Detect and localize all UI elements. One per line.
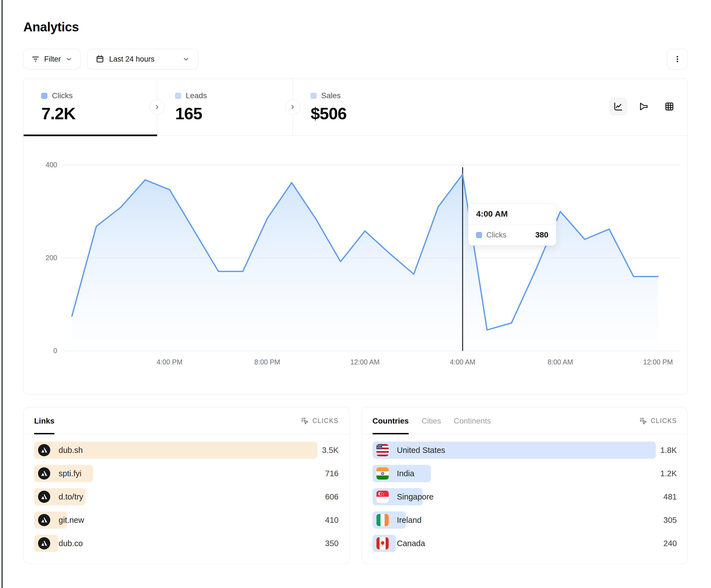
dub-logo-icon — [38, 444, 50, 456]
row-value: 3.5K — [322, 446, 339, 455]
analytics-chart-card: Clicks 7.2K Leads 165 Sales $506 — [23, 78, 688, 395]
stat-label: Leads — [186, 91, 207, 100]
links-panel: Links CLICKS dub.sh3.5Kspti.fyi716d.to/t… — [23, 407, 349, 564]
geo-row[interactable]: India1.2K — [372, 465, 677, 482]
expand-sales-button[interactable] — [285, 99, 300, 115]
sg-flag-icon — [376, 491, 389, 503]
y-axis-tick-label: 200 — [29, 254, 57, 262]
row-value: 240 — [664, 539, 677, 548]
filter-button[interactable]: Filter — [23, 49, 81, 69]
stat-tab-leads[interactable]: Leads 165 — [157, 78, 293, 135]
links-row[interactable]: git.new410 — [34, 512, 339, 529]
filter-button-label: Filter — [44, 55, 61, 64]
row-label: git.new — [59, 516, 84, 525]
geo-rows: United States1.8KIndia1.2KSingapore481Ir… — [362, 434, 688, 552]
links-row[interactable]: spti.fyi716 — [34, 465, 339, 482]
line-chart-view-button[interactable] — [610, 98, 627, 115]
geo-row[interactable]: United States1.8K — [372, 442, 677, 459]
date-range-button[interactable]: Last 24 hours — [87, 49, 198, 69]
clicks-legend-icon — [41, 93, 47, 99]
links-row[interactable]: dub.sh3.5K — [34, 442, 339, 459]
geo-row[interactable]: Canada240 — [372, 535, 677, 552]
chevron-right-icon — [154, 104, 160, 110]
stats-row: Clicks 7.2K Leads 165 Sales $506 — [24, 78, 687, 136]
analytics-page: Analytics Filter Last 24 hours Clicks 7.… — [0, 0, 711, 588]
us-flag-icon — [376, 444, 389, 456]
clicks-legend-icon — [476, 232, 482, 238]
row-label: India — [397, 469, 414, 478]
row-label: dub.sh — [59, 446, 83, 455]
funnel-icon — [639, 101, 649, 112]
toolbar: Filter Last 24 hours — [23, 49, 688, 69]
y-axis-tick-label: 0 — [29, 347, 57, 355]
x-axis-tick-label: 4:00 PM — [145, 358, 195, 366]
chevron-right-icon — [289, 104, 296, 110]
x-axis-tick-label: 12:00 AM — [340, 358, 390, 366]
links-row[interactable]: dub.co350 — [34, 535, 339, 552]
chart-tooltip: 4:00 AM Clicks 380 — [468, 203, 556, 246]
filter-icon — [31, 55, 40, 63]
geo-row[interactable]: Ireland305 — [372, 512, 677, 529]
tab-cities[interactable]: Cities — [422, 408, 441, 434]
expand-leads-button[interactable] — [150, 99, 165, 115]
y-axis-tick-label: 400 — [29, 161, 57, 169]
dub-logo-icon — [38, 514, 50, 526]
row-label: d.to/try — [59, 492, 83, 501]
stat-tab-sales[interactable]: Sales $506 — [293, 78, 428, 135]
stat-value-leads: 165 — [175, 104, 293, 123]
row-value: 1.8K — [660, 446, 677, 455]
tooltip-value: 380 — [535, 230, 548, 239]
row-label: Canada — [397, 539, 425, 548]
chevron-down-icon — [182, 55, 190, 63]
geo-metric-selector[interactable]: CLICKS — [639, 417, 677, 425]
row-value: 350 — [325, 539, 339, 548]
row-label: Ireland — [397, 516, 422, 525]
tab-continents[interactable]: Continents — [454, 408, 491, 434]
x-axis-tick-label: 4:00 AM — [437, 358, 488, 366]
in-flag-icon — [376, 467, 389, 479]
stat-value-clicks: 7.2K — [41, 104, 157, 123]
links-rows: dub.sh3.5Kspti.fyi716d.to/try606git.new4… — [24, 434, 349, 552]
geo-panel: Countries Cities Continents CLICKS Unite… — [362, 407, 688, 564]
dub-logo-icon — [38, 537, 50, 549]
tooltip-series-label: Clicks — [487, 231, 507, 239]
links-metric-selector[interactable]: CLICKS — [301, 417, 339, 425]
page-title: Analytics — [23, 19, 688, 35]
row-label: dub.co — [59, 539, 83, 548]
calendar-icon — [96, 55, 104, 63]
chart-type-switcher — [610, 98, 678, 115]
row-value: 1.2K — [660, 469, 677, 478]
metric-label: CLICKS — [312, 417, 339, 425]
links-row[interactable]: d.to/try606 — [34, 488, 339, 505]
table-grid-icon — [664, 101, 675, 112]
row-value: 305 — [664, 516, 677, 525]
funnel-view-button[interactable] — [635, 98, 652, 115]
tab-links[interactable]: Links — [34, 408, 55, 434]
dub-logo-icon — [38, 491, 50, 503]
stat-tab-clicks[interactable]: Clicks 7.2K — [24, 78, 157, 135]
geo-row[interactable]: Singapore481 — [372, 488, 677, 505]
cursor-click-icon — [301, 417, 309, 425]
stat-value-label: Sales — [321, 91, 341, 100]
geo-panel-header: Countries Cities Continents CLICKS — [362, 408, 688, 434]
ie-flag-icon — [376, 514, 389, 526]
row-value: 606 — [325, 492, 339, 501]
metric-label: CLICKS — [651, 417, 677, 425]
sales-legend-icon — [311, 93, 317, 99]
chevron-down-icon — [65, 55, 72, 63]
leads-legend-icon — [175, 93, 181, 99]
tab-countries[interactable]: Countries — [372, 408, 409, 434]
row-value: 410 — [325, 516, 339, 525]
line-chart-icon — [613, 101, 624, 112]
cursor-click-icon — [639, 417, 647, 425]
x-axis-tick-label: 8:00 AM — [535, 358, 585, 366]
date-range-label: Last 24 hours — [109, 55, 155, 64]
table-view-button[interactable] — [661, 98, 678, 115]
dub-logo-icon — [38, 467, 50, 479]
kebab-menu-icon — [673, 55, 682, 63]
tooltip-time: 4:00 AM — [468, 204, 556, 224]
x-axis-tick-label: 12:00 PM — [633, 358, 683, 366]
row-label: United States — [397, 446, 445, 455]
more-options-button[interactable] — [667, 49, 688, 69]
links-panel-header: Links CLICKS — [24, 408, 349, 434]
